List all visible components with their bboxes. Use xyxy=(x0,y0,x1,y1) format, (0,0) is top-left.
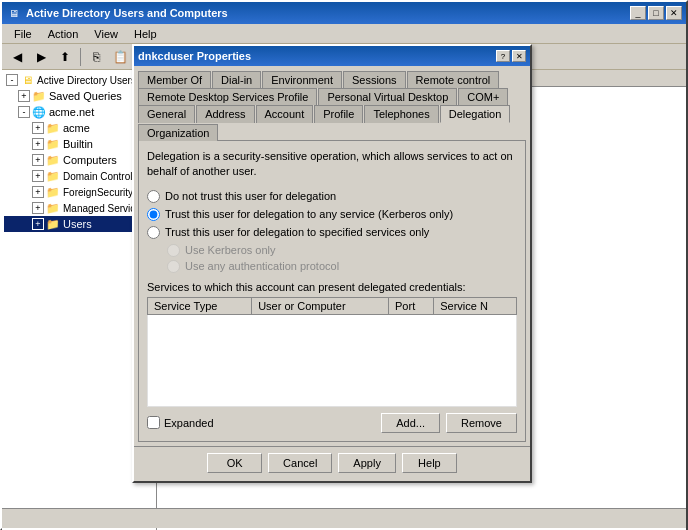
tab-remote-control[interactable]: Remote control xyxy=(407,71,500,88)
acme-net-label: acme.net xyxy=(49,106,94,118)
tab-row-2: Remote Desktop Services Profile Personal… xyxy=(134,87,530,104)
expanded-label: Expanded xyxy=(164,417,214,429)
dialog-footer: OK Cancel Apply Help xyxy=(134,446,530,481)
radio-trust-any-label: Trust this user for delegation to any se… xyxy=(165,208,453,220)
expanded-checkbox-label[interactable]: Expanded xyxy=(147,416,214,429)
users-icon: 📁 xyxy=(46,217,60,231)
acme-expand[interactable]: + xyxy=(32,122,44,134)
radio-kerberos-input[interactable] xyxy=(167,244,180,257)
users-expand[interactable]: + xyxy=(32,218,44,230)
minimize-button[interactable]: _ xyxy=(630,6,646,20)
main-window-title: Active Directory Users and Computers xyxy=(26,7,228,19)
back-button[interactable]: ◀ xyxy=(6,46,28,68)
app-icon: 🖥 xyxy=(6,5,22,21)
computers-label: Computers xyxy=(63,154,117,166)
radio-kerberos-only[interactable]: Use Kerberos only xyxy=(167,244,517,257)
dc-icon: 📁 xyxy=(46,169,60,183)
tab-profile[interactable]: Profile xyxy=(314,105,363,123)
fs-expand[interactable]: + xyxy=(32,186,44,198)
dc-expand[interactable]: + xyxy=(32,170,44,182)
paste-button[interactable]: 📋 xyxy=(109,46,131,68)
cancel-button[interactable]: Cancel xyxy=(268,453,332,473)
ms-expand[interactable]: + xyxy=(32,202,44,214)
radio-trust-specified-label: Trust this user for delegation to specif… xyxy=(165,226,429,238)
tab-sessions[interactable]: Sessions xyxy=(343,71,406,88)
status-bar xyxy=(2,508,686,528)
expanded-checkbox[interactable] xyxy=(147,416,160,429)
radio-trust-any-input[interactable] xyxy=(147,208,160,221)
builtin-icon: 📁 xyxy=(46,137,60,151)
saved-queries-expand[interactable]: + xyxy=(18,90,30,102)
tab-member-of[interactable]: Member Of xyxy=(138,71,211,88)
tab-general[interactable]: General xyxy=(138,105,195,123)
radio-any-auth[interactable]: Use any authentication protocol xyxy=(167,260,517,273)
menu-file[interactable]: File xyxy=(6,26,40,42)
tab-rdp[interactable]: Remote Desktop Services Profile xyxy=(138,88,317,105)
builtin-expand[interactable]: + xyxy=(32,138,44,150)
add-button[interactable]: Add... xyxy=(381,413,440,433)
sub-radio-group: Use Kerberos only Use any authentication… xyxy=(167,244,517,273)
tab-row-3: General Address Account Profile Telephon… xyxy=(134,104,530,140)
acme-label: acme xyxy=(63,122,90,134)
col-service-n: Service N xyxy=(434,297,517,314)
apply-button[interactable]: Apply xyxy=(338,453,396,473)
delegation-tab-content: Delegation is a security-sensitive opera… xyxy=(138,140,526,442)
properties-dialog: dnkcduser Properties ? ✕ Member Of Dial-… xyxy=(132,44,532,483)
forward-button[interactable]: ▶ xyxy=(30,46,52,68)
dialog-close-btn[interactable]: ✕ xyxy=(512,50,526,62)
tab-row-1: Member Of Dial-in Environment Sessions R… xyxy=(134,66,530,87)
delegation-description: Delegation is a security-sensitive opera… xyxy=(147,149,517,180)
acme-net-icon: 🌐 xyxy=(32,105,46,119)
tab-environment[interactable]: Environment xyxy=(262,71,342,88)
main-window: 🖥 Active Directory Users and Computers _… xyxy=(0,0,688,530)
up-button[interactable]: ⬆ xyxy=(54,46,76,68)
title-bar-left: 🖥 Active Directory Users and Computers xyxy=(6,5,228,21)
tab-organization[interactable]: Organization xyxy=(138,124,218,141)
services-table-body xyxy=(148,314,517,406)
dialog-title-controls: ? ✕ xyxy=(496,50,526,62)
col-user-computer: User or Computer xyxy=(252,297,389,314)
builtin-label: Builtin xyxy=(63,138,93,150)
computers-expand[interactable]: + xyxy=(32,154,44,166)
fs-icon: 📁 xyxy=(46,185,60,199)
main-title-bar: 🖥 Active Directory Users and Computers _… xyxy=(2,2,686,24)
ms-icon: 📁 xyxy=(46,201,60,215)
maximize-button[interactable]: □ xyxy=(648,6,664,20)
title-bar-controls: _ □ ✕ xyxy=(630,6,682,20)
acme-net-expand[interactable]: - xyxy=(18,106,30,118)
radio-kerberos-label: Use Kerberos only xyxy=(185,244,276,256)
computers-icon: 📁 xyxy=(46,153,60,167)
menu-action[interactable]: Action xyxy=(40,26,87,42)
menu-bar: File Action View Help xyxy=(2,24,686,44)
ok-button[interactable]: OK xyxy=(207,453,262,473)
services-table: Service Type User or Computer Port Servi… xyxy=(147,297,517,407)
table-actions: Expanded Add... Remove xyxy=(147,413,517,433)
empty-table-cell xyxy=(148,314,517,406)
dialog-title-bar: dnkcduser Properties ? ✕ xyxy=(134,46,530,66)
tab-pvd[interactable]: Personal Virtual Desktop xyxy=(318,88,457,105)
tab-account[interactable]: Account xyxy=(256,105,314,123)
remove-button[interactable]: Remove xyxy=(446,413,517,433)
radio-any-auth-input[interactable] xyxy=(167,260,180,273)
copy-button[interactable]: ⎘ xyxy=(85,46,107,68)
tab-delegation[interactable]: Delegation xyxy=(440,105,511,123)
help-button[interactable]: Help xyxy=(402,453,457,473)
menu-view[interactable]: View xyxy=(86,26,126,42)
dialog-help-btn[interactable]: ? xyxy=(496,50,510,62)
radio-no-trust-input[interactable] xyxy=(147,190,160,203)
root-icon: 🖥 xyxy=(20,73,34,87)
menu-help[interactable]: Help xyxy=(126,26,165,42)
radio-trust-any[interactable]: Trust this user for delegation to any se… xyxy=(147,208,517,221)
expand-icon[interactable]: - xyxy=(6,74,18,86)
radio-trust-specified[interactable]: Trust this user for delegation to specif… xyxy=(147,226,517,239)
tab-address[interactable]: Address xyxy=(196,105,254,123)
tab-telephones[interactable]: Telephones xyxy=(364,105,438,123)
radio-no-trust[interactable]: Do not trust this user for delegation xyxy=(147,190,517,203)
close-button[interactable]: ✕ xyxy=(666,6,682,20)
radio-trust-specified-input[interactable] xyxy=(147,226,160,239)
radio-no-trust-label: Do not trust this user for delegation xyxy=(165,190,336,202)
tab-dial-in[interactable]: Dial-in xyxy=(212,71,261,88)
col-port: Port xyxy=(389,297,434,314)
delegation-options: Do not trust this user for delegation Tr… xyxy=(147,190,517,273)
tab-com[interactable]: COM+ xyxy=(458,88,508,105)
